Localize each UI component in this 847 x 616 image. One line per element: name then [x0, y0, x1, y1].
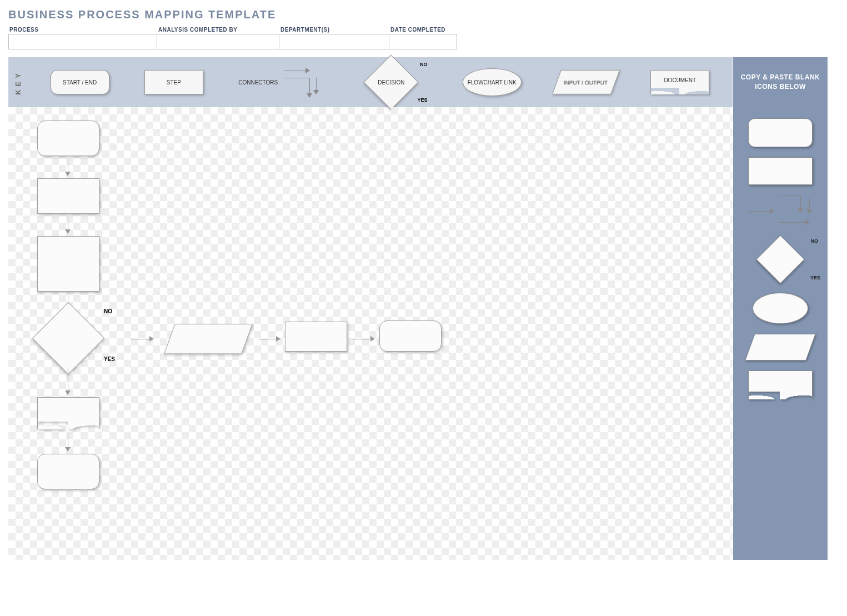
key-strip: KEY START / END STEP CONNECTORS — [8, 57, 733, 107]
key-connectors: CONNECTORS — [238, 67, 320, 98]
key-flowchart-link-shape[interactable]: FLOWCHART LINK — [463, 68, 522, 96]
canvas-arrow-2[interactable] — [64, 217, 72, 234]
palette-arrow-right-2-icon[interactable] — [779, 218, 810, 226]
canvas-startend-1[interactable] — [37, 121, 99, 156]
arrow-down-icon[interactable] — [312, 78, 320, 94]
key-tab: KEY — [8, 57, 27, 107]
key-decision-shape[interactable]: DECISION NO YES — [355, 63, 427, 102]
canvas-document-1[interactable] — [37, 397, 99, 429]
copy-paste-header: COPY & PASTE BLANK ICONS BELOW — [733, 57, 828, 107]
dept-input[interactable] — [279, 34, 389, 49]
canvas-arrow-no[interactable] — [131, 335, 154, 343]
canvas-step-1[interactable] — [37, 178, 99, 214]
palette-document[interactable] — [748, 370, 813, 399]
process-label: PROCESS — [8, 27, 157, 33]
canvas-arrow-5[interactable] — [353, 335, 375, 343]
arrow-right-icon[interactable] — [284, 67, 310, 74]
palette-connectors[interactable] — [748, 195, 813, 226]
canvas-arrow-4[interactable] — [258, 335, 280, 343]
palette-io[interactable] — [745, 334, 815, 360]
page-title: BUSINESS PROCESS MAPPING TEMPLATE — [8, 8, 839, 21]
palette-arrow-elbow-icon[interactable] — [779, 195, 801, 213]
palette-no-label: NO — [811, 238, 819, 244]
dept-label: DEPARTMENT(S) — [279, 27, 389, 33]
canvas-no-label: NO — [104, 308, 112, 314]
analyst-input[interactable] — [157, 34, 279, 49]
palette-decision[interactable]: NO YES — [745, 242, 816, 277]
palette-step[interactable] — [748, 157, 813, 185]
shape-palette: NO YES — [733, 107, 828, 560]
metadata-row: PROCESS ANALYSIS COMPLETED BY DEPARTMENT… — [8, 27, 839, 49]
canvas-arrow-1[interactable] — [64, 159, 72, 176]
palette-arrow-down-icon[interactable] — [805, 198, 813, 214]
analyst-label: ANALYSIS COMPLETED BY — [157, 27, 279, 33]
palette-yes-label: YES — [810, 275, 820, 281]
palette-arrow-right-icon[interactable] — [748, 207, 774, 215]
canvas-step-2[interactable] — [37, 236, 99, 292]
canvas-arrow-yes[interactable] — [64, 367, 72, 395]
canvas-arrow-6[interactable] — [64, 433, 72, 452]
date-label: DATE COMPLETED — [389, 27, 457, 33]
palette-flowchart-link[interactable] — [753, 293, 808, 324]
palette-startend[interactable] — [748, 118, 813, 147]
canvas-io-1[interactable] — [164, 324, 253, 354]
key-startend-shape[interactable]: START / END — [51, 70, 109, 94]
canvas-startend-3[interactable] — [37, 454, 99, 489]
key-io-shape[interactable]: INPUT / OUTPUT — [552, 70, 620, 94]
canvas-yes-label: YES — [104, 356, 115, 362]
decision-yes-label: YES — [417, 97, 427, 103]
process-input[interactable] — [8, 34, 157, 49]
canvas-startend-2[interactable] — [379, 320, 442, 352]
canvas-decision-1[interactable] — [32, 302, 104, 374]
decision-no-label: NO — [420, 62, 428, 67]
date-input[interactable] — [389, 34, 457, 49]
arrow-elbow-icon[interactable] — [284, 78, 310, 98]
canvas-step-3[interactable] — [285, 322, 347, 352]
flowchart-canvas[interactable]: NO YES — [8, 107, 733, 560]
key-step-shape[interactable]: STEP — [144, 70, 203, 94]
key-document-shape[interactable]: DOCUMENT — [650, 70, 709, 94]
connectors-label: CONNECTORS — [238, 79, 278, 86]
